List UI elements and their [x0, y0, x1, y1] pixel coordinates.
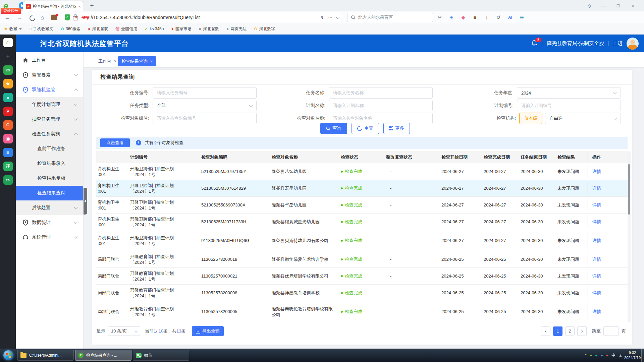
detail-link[interactable]: 详情 — [592, 185, 601, 191]
browser-skin-button[interactable]: ◇ — [585, 2, 594, 10]
back-button[interactable]: ← — [3, 14, 11, 22]
minimize-button[interactable]: — — [599, 2, 608, 10]
dock-translate-icon[interactable]: 译 — [3, 162, 13, 171]
show-desktop-button[interactable] — [641, 349, 644, 362]
detail-link[interactable]: 详情 — [592, 202, 601, 208]
sidebar-item-follow-up[interactable]: 后续处置 — [16, 200, 83, 215]
detail-link[interactable]: 详情 — [592, 290, 601, 296]
notification-bell-icon[interactable]: 5 — [531, 40, 539, 48]
field-control[interactable]: 2024 — [517, 87, 621, 99]
browser-search-box[interactable]: 北方人的水果盲区 — [347, 13, 433, 22]
safety-shield-icon[interactable] — [65, 14, 70, 20]
tab-close-icon[interactable]: × — [114, 59, 116, 64]
tray-icon-misc[interactable]: ▲ — [619, 349, 623, 362]
tray-icon-green[interactable]: ● — [590, 349, 592, 362]
tab-close-icon[interactable]: × — [78, 4, 81, 9]
browser-globe-icon[interactable]: ⊕ — [518, 14, 526, 21]
browser-tab[interactable]: ★ 检查结果查询 - 河北省双随机… × — [23, 1, 84, 11]
bookmark-360-search[interactable]: ⊙ 360搜索 — [61, 26, 80, 32]
tray-ime-icon[interactable]: 中 — [611, 349, 615, 362]
sidebar-item-supervision-elements[interactable]: 监管要素 — [16, 68, 83, 82]
bookmark-ks345u[interactable]: ✓ ks.345u — [145, 26, 164, 31]
close-button[interactable]: × — [629, 2, 637, 10]
detail-link[interactable]: 详情 — [592, 238, 601, 243]
reset-button[interactable]: 重置 — [352, 123, 379, 134]
more-actions-icon[interactable]: ⋯ — [328, 15, 332, 20]
detail-link[interactable]: 详情 — [592, 169, 601, 174]
org-scope-button[interactable]: 仅本级 — [519, 113, 542, 124]
taskbar-item-wechat[interactable]: 微信 — [133, 350, 189, 361]
sidebar-item-pre-inspection-prep[interactable]: 查前工作准备 — [16, 141, 83, 156]
download-icon[interactable]: ↓ — [483, 14, 490, 21]
page-size-select[interactable]: 10 条/页 — [108, 326, 140, 336]
sidebar-item-workbench[interactable]: 工作台 — [16, 53, 83, 68]
tab-workbench[interactable]: 工作台× — [95, 56, 120, 66]
bookmark-hebei-number[interactable]: ⊙ 河北数字 — [254, 26, 275, 32]
mailbox-icon[interactable]: ■ — [471, 14, 479, 21]
ai-assistant-icon[interactable]: AI — [506, 14, 514, 21]
sidebar-item-inspection-implementation[interactable]: 检查任务实施 — [16, 127, 83, 141]
url-bar[interactable]: http ://10.254.7.45:8082/#/doubleRandom/… — [62, 13, 342, 22]
dock-camera-icon[interactable]: ◉ — [3, 134, 13, 143]
new-tab-button[interactable]: + — [88, 2, 96, 10]
bookmark-page-error[interactable]: ● 网页无法 — [226, 26, 247, 32]
jump-page-input[interactable] — [603, 326, 619, 336]
detail-link[interactable]: 详情 — [592, 219, 601, 225]
bookmark-hebei-digital[interactable]: ■ 河北省数 — [199, 26, 219, 32]
taskbar-item-browser[interactable]: 检查结果查询 - ... — [75, 350, 131, 361]
tab-close-icon[interactable]: × — [150, 59, 153, 64]
dock-cleaner-icon[interactable]: C — [3, 120, 13, 130]
tab-result-query[interactable]: 检查结果查询× — [118, 56, 156, 66]
forward-button[interactable]: → — [15, 14, 23, 22]
lightning-icon[interactable]: ↯ — [320, 15, 324, 20]
workspace-icon[interactable] — [51, 15, 57, 20]
field-control[interactable]: 请输入任务名称 — [329, 87, 433, 99]
taskbar-item-explorer[interactable]: C:\Users\Admini... — [17, 350, 74, 361]
field-control[interactable]: 请输入计划名称 — [329, 100, 433, 111]
sidebar-item-result-query[interactable]: 检查结果查询 — [16, 186, 83, 200]
tray-icon-blue[interactable]: ● — [601, 349, 603, 362]
bookmark-hebei-double-random[interactable]: ● 河北省双 — [88, 26, 108, 32]
field-control[interactable]: 请输入计划编号 — [517, 100, 621, 111]
tray-expand-icon[interactable]: ^ — [585, 349, 587, 362]
sidebar-collapse-handle[interactable] — [84, 188, 87, 215]
field-control[interactable]: 请输入检查对象名称 — [329, 113, 433, 124]
sidebar-item-system-management[interactable]: 系统管理 — [16, 230, 83, 245]
dock-gallery-icon[interactable]: ■ — [3, 93, 13, 102]
prev-page-button[interactable] — [541, 326, 550, 336]
detail-link[interactable]: 详情 — [592, 309, 601, 314]
search-button[interactable]: 查询 — [320, 123, 347, 134]
extension-icon[interactable]: ◆ — [460, 14, 467, 21]
bookmark-state-market[interactable]: ● 国家市场 — [171, 26, 191, 32]
detail-link[interactable]: 详情 — [592, 273, 601, 279]
bookmark-favorites[interactable]: ★ 收藏 — [4, 26, 22, 32]
detail-link[interactable]: 详情 — [592, 256, 601, 262]
avatar[interactable] — [627, 38, 639, 50]
sidebar-item-statistics[interactable]: 数据统计 — [16, 215, 83, 230]
user-name[interactable]: 王进 — [612, 40, 623, 47]
sidebar-item-result-review[interactable]: 检查结果复核 — [16, 171, 83, 186]
bookmark-national-credit[interactable]: 信 全国信用 — [115, 26, 137, 32]
field-control[interactable]: 自由选 — [545, 113, 621, 124]
dock-docs-icon[interactable]: ≡ — [3, 148, 13, 157]
sidebar-item-result-entry[interactable]: 检查结果录入 — [16, 156, 83, 171]
screenshot-icon[interactable]: ✂ — [436, 14, 443, 21]
taskbar-clock[interactable]: 9:32 2024/7/19 — [624, 350, 641, 360]
vertical-scrollbar[interactable] — [628, 151, 631, 322]
tray-icon-red[interactable]: ● — [606, 349, 608, 362]
sidebar-item-double-random[interactable]: 双随机监管 — [16, 82, 83, 97]
dock-add-icon[interactable]: + — [3, 52, 13, 61]
maximize-button[interactable]: □ — [614, 2, 623, 10]
dock-screenshot-icon[interactable]: ✂ — [3, 175, 13, 185]
page-button-1[interactable]: 1 — [553, 326, 562, 336]
more-button[interactable]: 更多 — [383, 123, 410, 134]
dock-home-icon[interactable]: ⌂ — [3, 38, 13, 47]
dock-chat-icon[interactable]: ✉ — [3, 65, 13, 75]
bookmark-mobile-favorites[interactable]: □ 手机收藏夹 — [29, 26, 53, 32]
next-page-button[interactable] — [577, 326, 587, 336]
page-button-2[interactable]: 2 — [565, 326, 575, 336]
dock-favorites-icon[interactable]: ★ — [3, 79, 13, 88]
chevron-down-icon[interactable] — [336, 15, 339, 19]
vertical-scrollbar-thumb[interactable] — [628, 164, 630, 215]
start-button[interactable] — [3, 350, 13, 360]
